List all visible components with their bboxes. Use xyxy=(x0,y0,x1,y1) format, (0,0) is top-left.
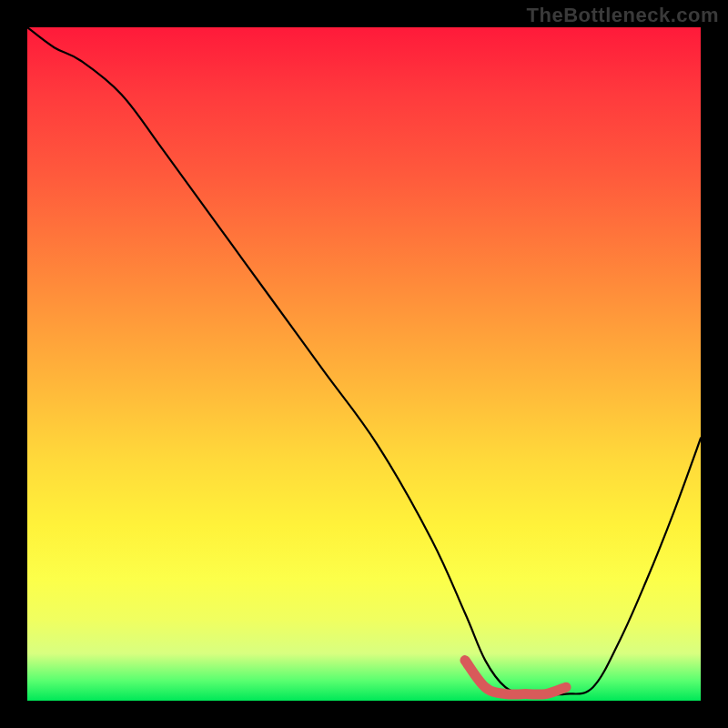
curve-layer xyxy=(27,27,701,701)
bottleneck-curve-path xyxy=(27,27,701,694)
watermark-text: TheBottleneck.com xyxy=(527,4,719,27)
chart-frame: TheBottleneck.com xyxy=(0,0,728,728)
plot-area xyxy=(27,27,701,701)
highlight-segment-path xyxy=(465,661,566,695)
